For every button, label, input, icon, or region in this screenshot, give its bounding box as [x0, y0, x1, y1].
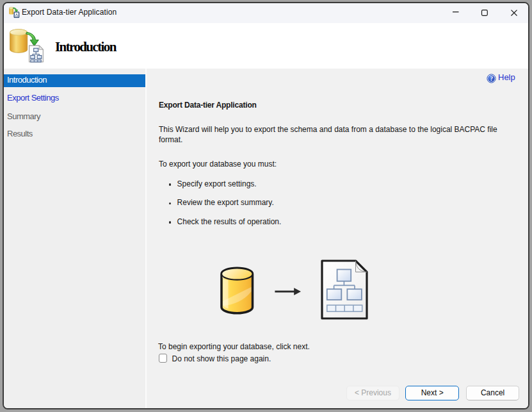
svg-text:?: ?	[490, 76, 493, 82]
